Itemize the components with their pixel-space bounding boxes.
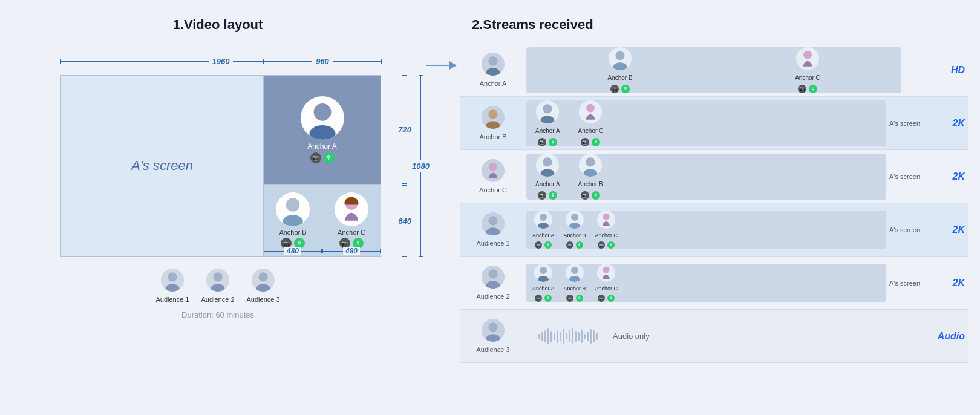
svg-point-32: [603, 214, 610, 220]
stream-b-avatar: [609, 47, 632, 70]
stream-c-avatar-1: [796, 47, 819, 70]
audio-only-text: Audio only: [613, 332, 650, 341]
audience-2-name: Audience 2: [201, 296, 234, 303]
stream-row-anchor-b: Anchor B Anchor A 📷 🎙: [460, 97, 968, 150]
cam-icon-c1: 📷: [798, 85, 806, 93]
svg-point-15: [803, 50, 812, 59]
viewer-col-aud1: Audience 1: [460, 212, 526, 247]
left-section: 1.Video layout 1960 960 A's: [12, 11, 423, 319]
svg-point-41: [486, 334, 500, 342]
anchor-b-avatar: [276, 192, 310, 226]
anchor-c-viewer-name: Anchor C: [479, 186, 507, 194]
stream-b-for-c: Anchor B 📷 🎙: [578, 154, 603, 200]
anchor-c-avatar: [335, 192, 368, 226]
svg-point-6: [166, 284, 180, 292]
right-col: Anchor A 📷 🎙: [264, 76, 381, 256]
anchor-c-box: Anchor C 📷 🎙: [322, 185, 381, 256]
stream-a-aud1: Anchor A 📷 🎙: [532, 211, 555, 249]
svg-point-18: [543, 104, 552, 113]
stream-row-anchor-c: Anchor C Anchor A 📷 🎙: [460, 150, 968, 203]
quality-hd: HD: [935, 65, 968, 76]
mic-c2: 🎙: [607, 295, 615, 302]
arrow-section: [423, 11, 460, 71]
audience-3-name: Audience 3: [247, 296, 280, 303]
screen-share-aud2: A's screen: [886, 279, 935, 287]
stream-a-aud2: Anchor A 📷 🎙: [532, 264, 555, 302]
main-container: 1.Video layout 1960 960 A's: [12, 11, 968, 404]
dim-label-480-left: 480: [284, 247, 301, 255]
svg-point-0: [313, 103, 331, 121]
right-title: 2.Streams received: [460, 17, 968, 33]
svg-point-26: [488, 216, 497, 225]
screen-share-aud1: A's screen: [886, 226, 935, 234]
stream-row-anchor-a: Anchor A Anchor B 📷: [460, 44, 968, 97]
quality-2k-aud2: 2K: [935, 278, 968, 289]
aud1-stream-b: [566, 211, 584, 229]
layout-outer: A's screen Anchor A 📷: [60, 75, 381, 257]
svg-point-38: [569, 276, 580, 282]
audio-waveform: [538, 327, 598, 345]
svg-point-34: [486, 281, 500, 289]
anchor-a-icons: 📷 🎙: [310, 152, 335, 163]
screen-label: A's screen: [131, 158, 193, 174]
aud3-avatar: [482, 319, 505, 342]
mic-c1: 🎙: [607, 241, 615, 249]
cam-icon-ab: 📷: [538, 138, 546, 146]
aud3-name: Audience 3: [476, 346, 509, 353]
mic-icon-c1: 🎙: [809, 85, 817, 93]
aud2-avatar: [482, 266, 505, 289]
stream-row-aud1: Audience 1 Anchor A 📷 🎙: [460, 203, 968, 257]
mic-icon-cb: 🎙: [592, 138, 600, 146]
anchor-a-avatar: [301, 96, 344, 140]
cam-b2: 📷: [566, 295, 573, 302]
cam-ac: 📷: [538, 191, 546, 200]
svg-point-36: [538, 276, 549, 282]
stream-b-for-a: Anchor B 📷 🎙: [535, 47, 705, 93]
screen-box: A's screen: [61, 76, 264, 256]
aud1-stream-c: [597, 211, 615, 229]
screen-share-b: A's screen: [886, 120, 935, 127]
svg-point-17: [486, 121, 500, 129]
audience-3-item: Audience 3: [247, 269, 280, 303]
mic-icon-a: 🎙: [324, 152, 335, 163]
quality-audio: Audio: [935, 331, 968, 342]
stream-a-for-c: Anchor A 📷 🎙: [535, 154, 560, 200]
anchor-c-viewer-avatar: [482, 159, 505, 182]
camera-icon-a: 📷: [310, 152, 321, 163]
mic-icon-ab: 🎙: [549, 138, 557, 146]
svg-point-14: [613, 62, 627, 70]
viewer-col-aud3: Audience 3: [460, 319, 526, 353]
audience-2-avatar: [206, 269, 229, 292]
viewer-col-anchor-a: Anchor A: [460, 53, 526, 87]
audience-1-item: Audience 1: [155, 269, 189, 303]
viewer-col-aud2: Audience 2: [460, 266, 526, 300]
anchor-b-name: Anchor B: [279, 229, 306, 236]
svg-point-28: [540, 214, 547, 221]
dim-label-480-right: 480: [343, 247, 360, 255]
svg-point-11: [488, 56, 497, 65]
duration-label: Duration: 60 minutes: [181, 310, 254, 319]
aud2-name: Audience 2: [476, 293, 509, 300]
anchor-b-box: Anchor B 📷 🎙: [264, 185, 322, 256]
streams-col-aud2: Anchor A 📷 🎙 Anchor: [526, 264, 886, 302]
dim-label-1080: 1080: [412, 160, 430, 172]
svg-point-33: [488, 269, 497, 278]
svg-point-24: [586, 157, 595, 166]
svg-point-27: [486, 227, 500, 235]
dim-label-1960: 1960: [209, 57, 234, 66]
audience-row: Audience 1 Audience 2 Au: [155, 269, 279, 303]
dim-960: 960: [263, 57, 382, 66]
svg-point-29: [538, 223, 549, 229]
stream-row-aud3: Audience 3: [460, 310, 968, 363]
svg-point-7: [213, 272, 222, 281]
dim-label-960: 960: [312, 57, 333, 66]
svg-point-40: [488, 322, 497, 332]
mic-ac: 🎙: [549, 191, 557, 200]
svg-point-12: [486, 68, 500, 76]
mic-a2: 🎙: [544, 295, 552, 302]
audio-only-col: Audio only: [526, 327, 886, 345]
anchor-b-viewer-name: Anchor B: [479, 133, 506, 140]
svg-point-37: [571, 267, 578, 274]
stream-b-aud1: Anchor B 📷 🎙: [564, 211, 586, 249]
svg-point-8: [211, 284, 225, 292]
